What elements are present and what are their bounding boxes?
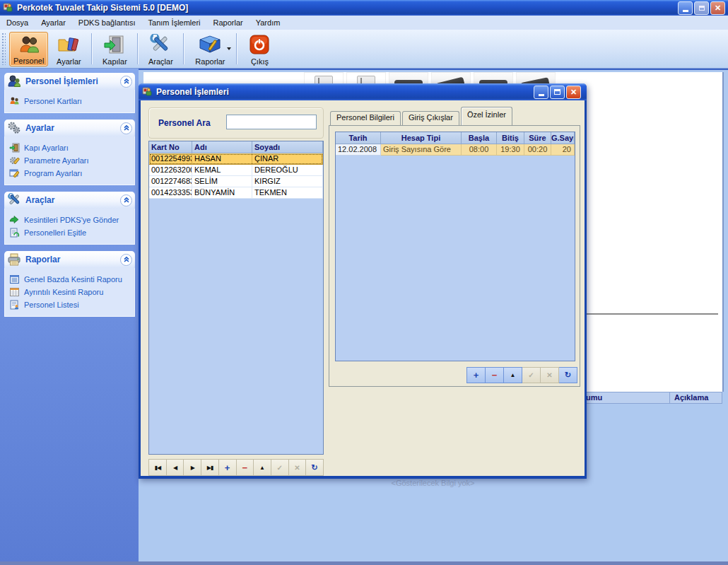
table-row[interactable]: 12.02.2008 Giriş Sayısına Göre 08:00 19:… bbox=[336, 144, 575, 156]
column-header-sure[interactable]: Süre bbox=[524, 132, 551, 144]
tab-personel-bilgileri[interactable]: Personel Bilgileri bbox=[330, 111, 401, 125]
menu-dosya[interactable]: Dosya bbox=[0, 16, 35, 30]
menu-tanim-islemleri[interactable]: Tanım İşlemleri bbox=[142, 16, 207, 30]
nav-edit-button[interactable]: ▲ bbox=[504, 367, 522, 383]
cell-adi: HASAN bbox=[192, 153, 252, 165]
person-card-icon bbox=[9, 96, 20, 106]
sidebar-item-genel-bazda-kesinti-raporu[interactable]: Genel Bazda Kesinti Raporu bbox=[9, 273, 131, 286]
collapse-chevron-icon[interactable] bbox=[120, 254, 132, 266]
minimize-button[interactable] bbox=[678, 1, 693, 15]
sidebar-item-kesintileri-pdksye-gonder[interactable]: Kesintileri PDKS'ye Gönder bbox=[9, 214, 131, 226]
column-header-gsayi[interactable]: G.Sayı bbox=[551, 132, 575, 144]
sidebar-item-parametre-ayarlari[interactable]: Parametre Ayarları bbox=[9, 154, 131, 167]
sidebar-item-label: Personelleri Eşitle bbox=[24, 228, 86, 237]
column-header-hesap-tipi[interactable]: Hesap Tipi bbox=[381, 132, 462, 144]
person-list-icon bbox=[9, 300, 20, 310]
sidebar-panel-ayarlar-header[interactable]: Ayarlar bbox=[4, 120, 135, 136]
nav-edit-button[interactable]: ▲ bbox=[254, 460, 271, 475]
collapse-chevron-icon[interactable] bbox=[120, 122, 132, 134]
sidebar-panel-body: Kapı Ayarları Parametre Ayarları Program… bbox=[4, 136, 135, 185]
app-titlebar[interactable]: Perkotek Tuvalet Takip Sistemi 5.0 [DEMO… bbox=[0, 0, 728, 16]
sidebar-item-personel-kartlari[interactable]: Personel Kartları bbox=[9, 95, 131, 107]
column-header-soyadi[interactable]: Soyadı bbox=[252, 141, 323, 153]
sidebar-panel-title: Personel İşlemleri bbox=[25, 76, 98, 86]
sidebar-panel-raporlar-header[interactable]: Raporlar bbox=[4, 251, 135, 268]
table-row[interactable]: 0014233353 BÜNYAMİN TEKMEN bbox=[149, 187, 323, 199]
nav-delete-button[interactable]: − bbox=[486, 367, 504, 383]
column-header-bitis[interactable]: Bitiş bbox=[497, 132, 524, 144]
dialog-titlebar[interactable]: Personel İşlemleri ✕ bbox=[139, 83, 587, 100]
close-button[interactable]: ✕ bbox=[710, 1, 725, 15]
log-column-durumu[interactable]: umu bbox=[586, 393, 602, 402]
column-header-adi[interactable]: Adı bbox=[192, 141, 252, 153]
sync-doc-icon bbox=[9, 228, 20, 238]
menu-raporlar[interactable]: Raporlar bbox=[207, 16, 249, 30]
column-separator bbox=[669, 392, 670, 403]
toolbar-kapilar-label: Kapılar bbox=[102, 57, 127, 66]
toolbar-kapilar-button[interactable]: Kapılar bbox=[97, 32, 132, 66]
column-header-tarih[interactable]: Tarih bbox=[336, 132, 381, 144]
dialog-close-button[interactable]: ✕ bbox=[566, 86, 581, 99]
nav-post-button[interactable]: ✓ bbox=[522, 367, 541, 383]
table-row[interactable]: 0012274683 SELİM KIRGIZ bbox=[149, 176, 323, 187]
table-row-selected[interactable]: 0012254993 HASAN ÇINAR bbox=[149, 153, 323, 165]
permissions-navigator: + − ▲ ✓ ✕ ↻ bbox=[466, 367, 574, 382]
collapse-chevron-icon[interactable] bbox=[120, 76, 132, 88]
nav-last-button[interactable]: ▶▮ bbox=[201, 460, 219, 475]
tab-ozel-izinler[interactable]: Özel İzinler bbox=[461, 107, 512, 125]
toolbar-raporlar-button[interactable]: Raporlar bbox=[189, 32, 231, 66]
sidebar-item-ayrintili-kesinti-raporu[interactable]: Ayrıntılı Kesinti Raporu bbox=[9, 286, 131, 298]
nav-delete-button[interactable]: − bbox=[237, 460, 254, 475]
menu-pdks-baglantisi[interactable]: PDKS bağlantısı bbox=[72, 16, 142, 30]
nav-prev-button[interactable]: ◀ bbox=[167, 460, 184, 475]
window-bottom-edge bbox=[0, 561, 728, 565]
tab-giris-cikislar[interactable]: Giriş Çıkışlar bbox=[402, 111, 459, 125]
sidebar-panel-title: Raporlar bbox=[25, 255, 60, 264]
column-header-basla[interactable]: Başla bbox=[462, 132, 497, 144]
collapse-chevron-icon[interactable] bbox=[120, 194, 132, 206]
tools-icon bbox=[6, 192, 22, 208]
app-icon bbox=[3, 2, 13, 14]
nav-cancel-button[interactable]: ✕ bbox=[541, 367, 559, 383]
toolbar-araclar-button[interactable]: Araçlar bbox=[143, 32, 178, 66]
sidebar-item-program-ayarlari[interactable]: Program Ayarları bbox=[9, 167, 131, 180]
cell-hesap-tipi: Giriş Sayısına Göre bbox=[381, 144, 462, 156]
dropdown-arrow-icon[interactable] bbox=[227, 47, 231, 50]
column-header-kart-no[interactable]: Kart No bbox=[149, 141, 192, 153]
nav-next-button[interactable]: ▶ bbox=[184, 460, 201, 475]
nav-insert-button[interactable]: + bbox=[466, 367, 486, 383]
menu-ayarlar[interactable]: Ayarlar bbox=[35, 16, 72, 30]
toolbar-personel-button[interactable]: Personel bbox=[9, 32, 48, 66]
sidebar-item-kapi-ayarlari[interactable]: Kapı Ayarları bbox=[9, 141, 131, 154]
sidebar-item-label: Kapı Ayarları bbox=[24, 144, 69, 152]
gear-pencil-icon bbox=[9, 156, 20, 165]
sidebar-item-personelleri-esitle[interactable]: Personelleri Eşitle bbox=[9, 226, 131, 239]
toolbar-cikis-button[interactable]: Çıkış bbox=[242, 32, 277, 66]
sidebar-panel-personel-islemleri: Personel İşlemleri Personel Kartları bbox=[4, 73, 135, 113]
search-input[interactable] bbox=[226, 115, 317, 129]
dialog-minimize-button[interactable] bbox=[534, 86, 548, 99]
cell-adi: BÜNYAMİN bbox=[192, 187, 252, 199]
toolbar-grip[interactable] bbox=[1, 33, 6, 65]
app-window: Perkotek Tuvalet Takip Sistemi 5.0 [DEMO… bbox=[0, 0, 728, 565]
dialog-maximize-button[interactable] bbox=[550, 86, 565, 99]
nav-first-button[interactable]: ▮◀ bbox=[149, 460, 167, 475]
no-data-text: <Gösterilecek Bilgi yok> bbox=[143, 479, 722, 487]
cell-kart-no: 0012263200 bbox=[149, 165, 192, 176]
sidebar-item-personel-listesi[interactable]: Personel Listesi bbox=[9, 298, 131, 311]
nav-insert-button[interactable]: + bbox=[219, 460, 237, 475]
toolbar-ayarlar-button[interactable]: Ayarlar bbox=[51, 32, 86, 66]
menu-yardim[interactable]: Yardım bbox=[249, 16, 287, 30]
sidebar-panel-araclar: Araçlar Kesintileri PDKS'ye Gönder Perso bbox=[4, 192, 135, 245]
sidebar-panel-personel-islemleri-header[interactable]: Personel İşlemleri bbox=[4, 73, 135, 90]
log-column-aciklama[interactable]: Açıklama bbox=[674, 393, 708, 402]
maximize-button[interactable] bbox=[694, 1, 709, 15]
sidebar: Personel İşlemleri Personel Kartları bbox=[0, 69, 139, 565]
nav-refresh-button[interactable]: ↻ bbox=[559, 367, 577, 383]
table-row[interactable]: 0012263200 KEMAL DEREOĞLU bbox=[149, 165, 323, 176]
nav-refresh-button[interactable]: ↻ bbox=[306, 460, 323, 475]
sidebar-panel-araclar-header[interactable]: Araçlar bbox=[4, 192, 135, 209]
nav-post-button[interactable]: ✓ bbox=[271, 460, 289, 475]
sidebar-item-label: Program Ayarları bbox=[24, 169, 82, 177]
nav-cancel-button[interactable]: ✕ bbox=[289, 460, 307, 475]
